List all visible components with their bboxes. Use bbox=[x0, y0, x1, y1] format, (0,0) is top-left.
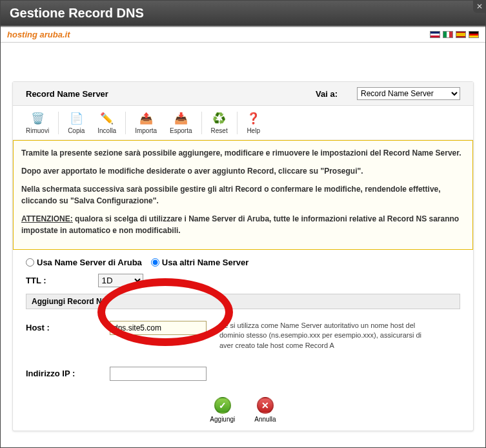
form-area: Usa Name Server di Aruba Usa altri Name … bbox=[13, 250, 473, 431]
dialog-window: ✕ Gestione Record DNS hosting aruba.it R… bbox=[0, 0, 486, 448]
panel-title: Record Name Server bbox=[26, 89, 108, 99]
flag-de-icon[interactable] bbox=[469, 31, 479, 38]
check-icon: ✓ bbox=[214, 397, 231, 414]
separator bbox=[58, 112, 59, 134]
host-row: Host : Se si utilizza come Name Server a… bbox=[26, 321, 460, 351]
radio-other[interactable]: Usa altri Name Server bbox=[151, 258, 248, 267]
radio-aruba[interactable]: Usa Name Server di Aruba bbox=[26, 258, 142, 267]
separator bbox=[237, 112, 238, 134]
host-label: Host : bbox=[26, 321, 97, 332]
brand-logo: hosting aruba.it bbox=[7, 30, 70, 39]
toolbar: 🗑️ Rimuovi 📄 Copia ✏️ Incolla 📤 Importa … bbox=[13, 106, 473, 140]
close-icon[interactable]: ✕ bbox=[473, 0, 486, 13]
goto-select[interactable]: Record Name Server bbox=[357, 87, 460, 100]
cancel-icon: ✕ bbox=[257, 397, 274, 414]
host-input[interactable] bbox=[110, 321, 207, 335]
flag-en-icon[interactable] bbox=[430, 31, 440, 38]
import-icon: 📤 bbox=[139, 111, 153, 125]
ttl-label: TTL : bbox=[26, 276, 46, 285]
copy-icon: 📄 bbox=[69, 111, 83, 125]
action-row: ✓ Aggiungi ✕ Annulla bbox=[26, 397, 460, 423]
separator bbox=[201, 112, 202, 134]
help-icon: ❓ bbox=[247, 111, 261, 125]
ip-label: Indirizzo IP : bbox=[26, 367, 97, 378]
remove-button[interactable]: 🗑️ Rimuovi bbox=[19, 108, 56, 137]
cancel-button[interactable]: ✕ Annulla bbox=[254, 397, 276, 423]
copy-button[interactable]: 📄 Copia bbox=[61, 108, 91, 137]
branding-bar: hosting aruba.it bbox=[1, 27, 485, 43]
add-button[interactable]: ✓ Aggiungi bbox=[210, 397, 235, 423]
goto-section: Vai a: Record Name Server bbox=[316, 87, 460, 100]
flag-it-icon[interactable] bbox=[443, 31, 453, 38]
window-title: Gestione Record DNS bbox=[10, 6, 144, 20]
ttl-select[interactable]: 1D bbox=[98, 274, 143, 287]
ip-input[interactable] bbox=[110, 367, 207, 381]
radio-other-input[interactable] bbox=[151, 258, 159, 267]
flag-es-icon[interactable] bbox=[456, 31, 466, 38]
language-flags bbox=[430, 31, 479, 38]
goto-label: Vai a: bbox=[316, 89, 338, 99]
ns-radio-group: Usa Name Server di Aruba Usa altri Name … bbox=[26, 258, 460, 267]
reset-button[interactable]: ♻️ Reset bbox=[205, 108, 234, 137]
paste-icon: ✏️ bbox=[100, 111, 114, 125]
trash-icon: 🗑️ bbox=[30, 111, 45, 125]
reset-icon: ♻️ bbox=[212, 111, 227, 125]
export-button[interactable]: 📥 Esporta bbox=[163, 108, 198, 137]
window-title-bar: Gestione Record DNS bbox=[1, 1, 485, 27]
ip-row: Indirizzo IP : bbox=[26, 367, 460, 381]
help-button[interactable]: ❓ Help bbox=[240, 108, 267, 137]
panel-header: Record Name Server Vai a: Record Name Se… bbox=[13, 82, 473, 106]
separator bbox=[125, 112, 126, 134]
paste-button[interactable]: ✏️ Incolla bbox=[91, 108, 123, 137]
main-panel: Record Name Server Vai a: Record Name Se… bbox=[12, 81, 474, 431]
export-icon: 📥 bbox=[174, 111, 188, 125]
import-button[interactable]: 📤 Importa bbox=[128, 108, 163, 137]
host-help-text: Se si utilizza come Name Server autorita… bbox=[219, 321, 426, 351]
info-box: Tramite la presente sezione sarà possibi… bbox=[13, 140, 473, 250]
radio-aruba-input[interactable] bbox=[26, 258, 34, 267]
add-record-header: Aggiungi Record NS bbox=[26, 294, 460, 309]
ttl-row: TTL : 1D bbox=[26, 274, 460, 287]
